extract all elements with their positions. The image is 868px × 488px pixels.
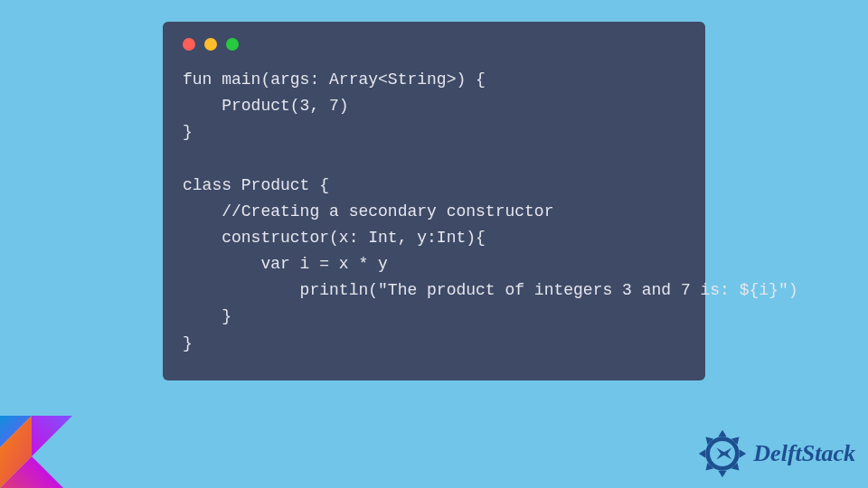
brand-name: DelftStack	[753, 440, 855, 467]
maximize-icon	[226, 38, 239, 51]
svg-marker-7	[719, 471, 727, 477]
svg-marker-9	[699, 449, 705, 457]
minimize-icon	[204, 38, 217, 51]
svg-marker-3	[719, 430, 727, 436]
window-traffic-lights	[183, 38, 685, 51]
gear-icon	[697, 428, 748, 479]
delftstack-logo: DelftStack	[697, 428, 855, 479]
close-icon	[183, 38, 195, 51]
code-block: fun main(args: Array<String>) { Product(…	[183, 67, 685, 357]
kotlin-logo-icon	[0, 416, 72, 488]
code-window: fun main(args: Array<String>) { Product(…	[163, 22, 705, 380]
svg-marker-5	[740, 449, 746, 457]
